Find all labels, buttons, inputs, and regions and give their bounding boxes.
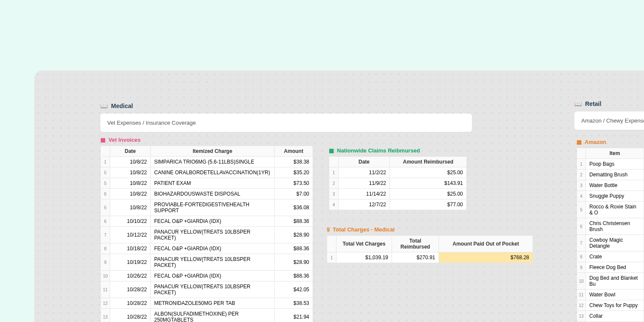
date-cell[interactable]: 10/18/22 — [110, 243, 151, 254]
table-row[interactable]: 810/18/22FECAL O&P +GIARDIA (IDX)$88.36 — [101, 243, 313, 254]
amount-cell[interactable]: $25.00 — [390, 167, 467, 178]
table-row[interactable]: 1010/26/22FECAL O&P +GIARDIA (IDX)$88.36 — [101, 271, 313, 281]
amount-cell[interactable]: $88.36 — [275, 243, 313, 254]
table-row[interactable]: 13Collar — [577, 311, 644, 322]
table-row[interactable]: 510/8/22PROVIABLE-FORTEDIGESTIVEHEALTH S… — [101, 199, 313, 216]
table-row[interactable]: 12Chew Toys for Puppy — [577, 300, 644, 311]
charge-cell[interactable]: FECAL O&P +GIARDIA (IDX) — [151, 216, 275, 227]
amount-cell[interactable]: $38.53 — [275, 298, 313, 309]
table-row[interactable]: 3Water Bottle — [577, 180, 644, 191]
total-reimbursed-cell[interactable]: $270.91 — [392, 252, 439, 263]
col-total-reimbursed-header[interactable]: Total Reimbursed — [392, 236, 439, 252]
item-cell[interactable]: Dematting Brush — [585, 170, 644, 180]
table-row[interactable]: 9Fleece Dog Bed — [577, 262, 644, 273]
table-row[interactable]: 7Cowboy Magic Detangle — [577, 235, 644, 252]
totals-table[interactable]: Total Vet Charges Total Reimbursed Amoun… — [327, 235, 533, 263]
item-cell[interactable]: Water Bowl — [585, 290, 644, 300]
amount-cell[interactable]: $88.36 — [275, 271, 313, 281]
item-cell[interactable]: Fleece Dog Bed — [585, 262, 644, 273]
col-total-charges-header[interactable]: Total Vet Charges — [337, 236, 392, 252]
date-cell[interactable]: 10/19/22 — [110, 254, 151, 271]
charge-cell[interactable]: BIOHAZARDOUSWASTE DISPOSAL — [151, 189, 275, 199]
out-of-pocket-cell[interactable]: $768.28 — [439, 252, 533, 263]
table-row[interactable]: 710/12/22PANACUR YELLOW(TREATS 10LBSPER … — [101, 227, 313, 243]
date-cell[interactable]: 10/10/22 — [110, 216, 151, 227]
charge-cell[interactable]: ALBON(SULFADIMETHOXINE) PER 250MGTABLETS — [151, 309, 275, 322]
claims-table[interactable]: Date Amount Reimbursed 111/2/22$25.00211… — [329, 156, 467, 210]
table-row[interactable]: 110/8/22SIMPARICA TRIO6MG (5.6-11LBS)SIN… — [101, 157, 313, 167]
vet-invoices-table[interactable]: Date Itemized Charge Amount 110/8/22SIMP… — [100, 146, 313, 322]
table-row[interactable]: 510/8/22CANINE ORALBORDETELLAVACCINATION… — [101, 167, 313, 178]
amount-cell[interactable]: $36.08 — [275, 199, 313, 216]
item-cell[interactable]: Poop Bags — [585, 159, 644, 170]
medical-note[interactable]: Vet Expenses / Insurance Coverage — [100, 114, 472, 132]
date-cell[interactable]: 10/28/22 — [110, 309, 151, 322]
date-cell[interactable]: 11/9/22 — [339, 178, 390, 189]
amount-cell[interactable]: $143.91 — [390, 178, 467, 189]
table-row[interactable]: 5Rocco & Roxie Stain & O — [577, 202, 644, 218]
date-cell[interactable]: 11/2/22 — [339, 167, 390, 178]
amount-cell[interactable]: $28.90 — [275, 254, 313, 271]
col-item-header[interactable]: Item — [585, 148, 644, 159]
amount-cell[interactable]: $28.90 — [275, 227, 313, 243]
item-cell[interactable]: Water Bottle — [585, 180, 644, 191]
date-cell[interactable]: 10/12/22 — [110, 227, 151, 243]
date-cell[interactable]: 10/8/22 — [110, 157, 151, 167]
retail-note[interactable]: Amazon / Chewy Expenses — [574, 111, 644, 130]
col-amount-header[interactable]: Amount Reimbursed — [390, 157, 467, 167]
col-charge-header[interactable]: Itemized Charge — [151, 146, 275, 157]
table-row[interactable]: 610/10/22FECAL O&P +GIARDIA (IDX)$88.36 — [101, 216, 313, 227]
date-cell[interactable]: 10/26/22 — [110, 271, 151, 281]
amount-cell[interactable]: $88.36 — [275, 216, 313, 227]
charge-cell[interactable]: PROVIABLE-FORTEDIGESTIVEHEALTH SUPPORT — [151, 199, 275, 216]
table-row[interactable]: 412/7/22$77.00 — [329, 199, 467, 210]
charge-cell[interactable]: FECAL O&P +GIARDIA (IDX) — [151, 243, 275, 254]
table-row[interactable]: 311/14/22$25.00 — [329, 189, 467, 199]
date-cell[interactable]: 12/7/22 — [339, 199, 390, 210]
date-cell[interactable]: 10/8/22 — [110, 189, 151, 199]
table-row[interactable]: 4Snuggle Puppy — [577, 191, 644, 202]
item-cell[interactable]: Cowboy Magic Detangle — [585, 235, 644, 252]
table-row[interactable]: 610/8/22BIOHAZARDOUSWASTE DISPOSAL$7.00 — [101, 189, 313, 199]
table-row[interactable]: 1210/28/22METRONIDAZOLE50MG PER TAB$38.5… — [101, 298, 313, 309]
total-charges-cell[interactable]: $1,039.19 — [337, 252, 392, 263]
charge-cell[interactable]: CANINE ORALBORDETELLAVACCINATION(1YR) — [151, 167, 275, 178]
charge-cell[interactable]: PANACUR YELLOW(TREATS 10LBSPER PACKET) — [151, 254, 275, 271]
charge-cell[interactable]: METRONIDAZOLE50MG PER TAB — [151, 298, 275, 309]
amount-cell[interactable]: $73.50 — [275, 178, 313, 189]
item-cell[interactable]: Snuggle Puppy — [585, 191, 644, 202]
charge-cell[interactable]: PATIENT EXAM — [151, 178, 275, 189]
date-cell[interactable]: 10/28/22 — [110, 281, 151, 298]
charge-cell[interactable]: FECAL O&P +GIARDIA (IDX) — [151, 271, 275, 281]
table-row[interactable]: 11Water Bowl — [577, 290, 644, 300]
col-out-of-pocket-header[interactable]: Amount Paid Out of Pocket — [439, 236, 533, 252]
table-row[interactable]: 1110/28/22PANACUR YELLOW(TREATS 10LBSPER… — [101, 281, 313, 298]
date-cell[interactable]: 11/14/22 — [339, 189, 390, 199]
table-row[interactable]: 6Chris Christensen Brush — [577, 218, 644, 235]
date-cell[interactable]: 10/8/22 — [110, 178, 151, 189]
amazon-table[interactable]: Item 1Poop Bags2Dematting Brush3Water Bo… — [577, 148, 644, 322]
date-cell[interactable]: 10/28/22 — [110, 298, 151, 309]
charge-cell[interactable]: PANACUR YELLOW(TREATS 10LBSPER PACKET) — [151, 227, 275, 243]
table-row[interactable]: 10Dog Bed and Blanket Bu — [577, 273, 644, 290]
amount-cell[interactable]: $7.00 — [275, 189, 313, 199]
date-cell[interactable]: 10/8/22 — [110, 167, 151, 178]
charge-cell[interactable]: SIMPARICA TRIO6MG (5.6-11LBS)SINGLE — [151, 157, 275, 167]
table-row[interactable]: 8Crate — [577, 252, 644, 262]
col-date-header[interactable]: Date — [110, 146, 151, 157]
table-row[interactable]: 910/19/22PANACUR YELLOW(TREATS 10LBSPER … — [101, 254, 313, 271]
amount-cell[interactable]: $25.00 — [390, 189, 467, 199]
item-cell[interactable]: Rocco & Roxie Stain & O — [585, 202, 644, 218]
table-row[interactable]: 211/9/22$143.91 — [329, 178, 467, 189]
col-date-header[interactable]: Date — [339, 157, 390, 167]
amount-cell[interactable]: $21.94 — [275, 309, 313, 322]
col-amount-header[interactable]: Amount — [275, 146, 313, 157]
amount-cell[interactable]: $77.00 — [390, 199, 467, 210]
item-cell[interactable]: Collar — [585, 311, 644, 322]
table-row[interactable]: 1 $1,039.19 $270.91 $768.28 — [327, 252, 533, 263]
charge-cell[interactable]: PANACUR YELLOW(TREATS 10LBSPER PACKET) — [151, 281, 275, 298]
table-row[interactable]: 1Poop Bags — [577, 159, 644, 170]
table-row[interactable]: 510/8/22PATIENT EXAM$73.50 — [101, 178, 313, 189]
item-cell[interactable]: Dog Bed and Blanket Bu — [585, 273, 644, 290]
table-row[interactable]: 2Dematting Brush — [577, 170, 644, 180]
